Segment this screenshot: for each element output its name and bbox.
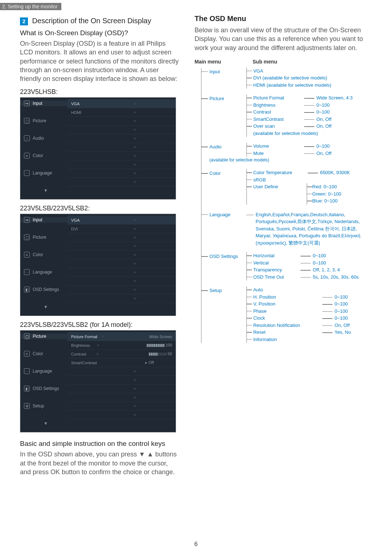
chapter-bar: 2. Setting up the monitor: [0, 3, 61, 10]
basic-instruction-heading: Basic and simple instruction on the cont…: [20, 440, 180, 448]
tree-pic-smart: SmartContrast: [253, 116, 297, 123]
tree-setup-reset: Reset: [253, 329, 315, 336]
osd3-sub-0: Picture Format: [71, 335, 97, 339]
tree-setup-label: Setup: [201, 287, 245, 294]
tree-color-temp: Color Temperature: [253, 169, 301, 176]
tree-setup-clock: Clock: [253, 315, 315, 322]
osd-screenshot-2: ↪Input VGA DVI ▢Picture ≡Color ⋯Language…: [20, 214, 176, 316]
osd-screenshot-1: ↪Input VGA HDMI ▢Picture ♪Audio ≡Color ⋯…: [20, 97, 176, 200]
color-icon: ≡: [24, 351, 30, 357]
tree-setup-phase: Phase: [253, 308, 315, 315]
picture-icon: ▢: [24, 234, 30, 240]
model2-label: 223V5LSB/223V5LSB2:: [20, 205, 180, 212]
tree-setup-reset-val: Yes, No: [335, 329, 351, 335]
tree-setup-res-val: On, Off: [335, 323, 350, 328]
page-number: 6: [0, 541, 392, 547]
tree-setup: Setup Auto H. Position0~100 V. Position0…: [201, 287, 372, 343]
tree-osd-trans: Transparency: [253, 266, 293, 274]
tree-language-list: English,Español,Français,Deutsch,Italian…: [256, 211, 364, 247]
tree-setup-hpos-val: 0~100: [335, 294, 348, 300]
tree-language-label: Language: [201, 211, 245, 218]
tree-setup-vpos: V. Position: [253, 300, 315, 308]
input-icon: ↪: [24, 217, 30, 223]
osd-screenshot-3: ▢Picture Picture FormatWide Screen Brigh…: [20, 330, 176, 432]
tree-color-label: Color: [201, 170, 245, 177]
osd2-sub-1: DVI: [71, 227, 78, 231]
osd-question-heading: What is On-Screen Display (OSD)?: [20, 29, 180, 37]
tree-pic-note: (available for selective models): [253, 130, 318, 137]
input-icon: ↪: [24, 100, 30, 106]
osd3-val-3: Off: [149, 360, 154, 365]
osd3-sub-1: Brightness: [71, 343, 90, 348]
tree-audio-mute-val: On, Off: [317, 151, 332, 156]
model1-label: 223V5LHSB:: [20, 88, 180, 96]
osd-menu-heading: The OSD Menu: [195, 15, 372, 23]
osd3-sub-3: SmartContrast: [71, 361, 97, 365]
model3-label: 223V5LSB/223V5LSB2 (for 1A model):: [20, 321, 180, 329]
osd3-menu-2: Language: [33, 369, 52, 374]
audio-icon: ♪: [24, 135, 30, 141]
tree-setup-auto: Auto: [253, 286, 263, 294]
tree-input-dvi: DVI (available for selective models): [253, 74, 327, 82]
osd3-val-0: Wide Screen: [149, 335, 172, 339]
tree-pic-contrast-val: 0~100: [317, 109, 330, 115]
tree-pic-format-val: Wide Screen, 4:3: [317, 95, 353, 100]
tree-pic-bright: Brightness: [253, 102, 297, 109]
tree-setup-clock-val: 0~100: [335, 315, 348, 321]
osd1-menu-3: Color: [33, 153, 43, 158]
tree-pic-smart-val: On, Off: [317, 116, 332, 122]
main-menu-header: Main menu: [195, 59, 253, 65]
section-number-badge: 2: [20, 17, 28, 25]
tree-audio-vol: Volume: [253, 143, 297, 150]
language-icon: ⋯: [24, 269, 30, 275]
osd-menu-intro: Below is an overall view of the structur…: [195, 26, 372, 52]
tree-color-green: Green: 0~100: [312, 190, 341, 198]
left-column: 2 Description of the On Screen Display W…: [20, 15, 180, 481]
osd3-menu-3: OSD Settings: [33, 386, 59, 391]
osd2-menu-0: Input: [33, 217, 42, 222]
osd2-menu-3: Language: [33, 270, 52, 275]
osd1-menu-4: Language: [33, 171, 52, 176]
tree-language: Language English,Español,Français,Deutsc…: [201, 211, 372, 247]
tree-audio: Audio Volume0~100 MuteOn, Off (available…: [201, 143, 372, 163]
tree-pic-overscan: Over scan: [253, 123, 297, 130]
tree-osd-timeout: OSD Time Out: [253, 274, 293, 281]
right-column: The OSD Menu Below is an overall view of…: [195, 15, 372, 481]
osdsettings-icon: ◧: [24, 287, 30, 292]
picture-icon: ▢: [24, 118, 30, 124]
tree-audio-label: Audio: [201, 143, 245, 151]
basic-instruction-body: In the OSD shown above, you can press ▼ …: [20, 450, 180, 476]
tree-setup-hpos: H. Position: [253, 294, 315, 301]
tree-picture: Picture Picture FormatWide Screen, 4:3 B…: [201, 95, 372, 137]
osd1-sub-0: VGA: [71, 102, 79, 106]
tree-osd-h-val: 0~100: [313, 253, 326, 258]
tree-color: Color Color Temperature6500K, 9300K sRGB…: [201, 170, 372, 205]
tree-input: Input VGA DVI (available for selective m…: [201, 68, 372, 89]
tree-picture-label: Picture: [201, 95, 245, 102]
tree-pic-format: Picture Format: [253, 94, 297, 102]
osd3-sub-2: Contrast: [71, 352, 86, 356]
tree-headers: Main menu Sub menu: [195, 59, 372, 65]
tree-setup-res: Resolution Notification: [253, 322, 315, 329]
sub-menu-header: Sub menu: [253, 59, 277, 65]
tree-setup-vpos-val: 0~100: [335, 301, 348, 307]
osd1-menu-0: Input: [33, 101, 42, 106]
section-title-text: Description of the On Screen Display: [32, 17, 151, 25]
tree-setup-info: Information: [253, 336, 277, 343]
tree-osd-v: Vertical: [253, 259, 293, 267]
tree-audio-vol-val: 0~100: [317, 143, 330, 149]
tree-color-blue: Blue: 0~100: [312, 197, 338, 205]
osd2-menu-2: Color: [33, 252, 43, 257]
osd1-menu-1: Picture: [33, 118, 46, 123]
osd2-menu-4: OSD Settings: [33, 287, 59, 292]
osd3-val-1: 100: [166, 343, 172, 347]
tree-osd-timeout-val: 5s, 10s, 20s, 30s, 60s: [313, 274, 359, 280]
osd-intro-paragraph: On-Screen Display (OSD) is a feature in …: [20, 39, 180, 83]
osd3-menu-4: Setup: [33, 403, 44, 409]
tree-color-user: User Define: [253, 183, 301, 190]
section-title: 2 Description of the On Screen Display: [20, 17, 180, 25]
osd1-sub-1: HDMI: [71, 110, 81, 115]
osdsettings-icon: ◧: [24, 386, 30, 391]
language-icon: ⋯: [24, 170, 30, 176]
tree-pic-contrast: Contrast: [253, 108, 297, 116]
